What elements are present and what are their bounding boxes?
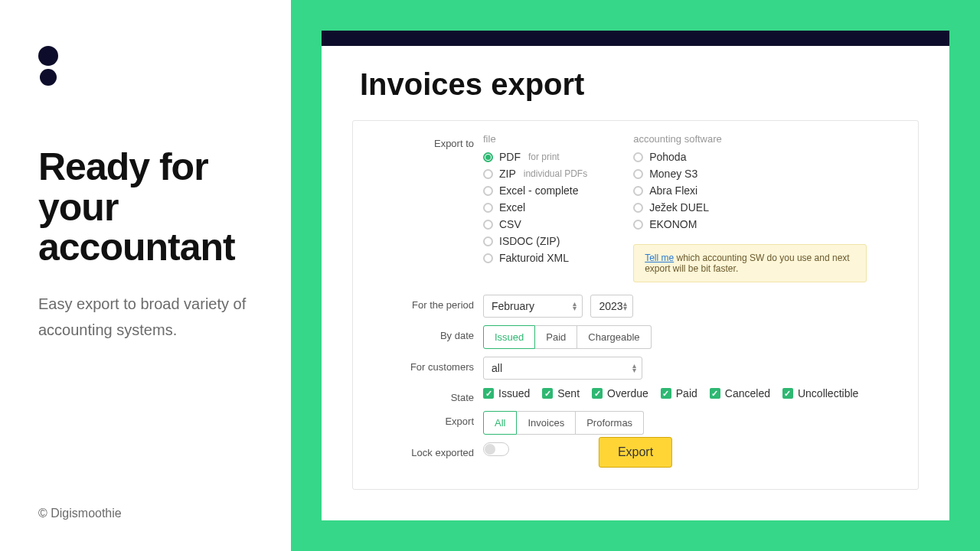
radio-icon — [483, 186, 493, 196]
check-label: Paid — [676, 387, 697, 399]
page-title: Invoices export — [322, 46, 949, 120]
check-icon: ✓ — [542, 388, 553, 399]
copyright: © Digismoothie — [38, 507, 253, 520]
radio-file-excel[interactable]: Excel — [483, 201, 587, 214]
radio-software-money-s3[interactable]: Money S3 — [633, 168, 867, 180]
check-issued[interactable]: ✓Issued — [483, 387, 530, 399]
check-label: Issued — [498, 387, 530, 399]
radio-software-je-ek-duel[interactable]: Ježek DUEL — [633, 201, 867, 214]
by-date-label: By date — [376, 325, 483, 341]
customers-label: For customers — [376, 357, 483, 373]
hero-title: Ready for your accountant — [38, 147, 253, 268]
software-column-head: accounting software — [633, 133, 867, 145]
check-label: Uncollectible — [798, 387, 858, 399]
month-select[interactable]: February▴▾ — [483, 295, 583, 318]
radio-icon — [483, 169, 493, 179]
tip-text: which accounting SW do you use and next … — [645, 253, 850, 274]
radio-note: for print — [528, 152, 560, 162]
radio-file-csv[interactable]: CSV — [483, 218, 587, 230]
radio-file-excel-complete[interactable]: Excel - complete — [483, 184, 587, 197]
radio-icon — [633, 152, 643, 162]
radio-icon — [483, 236, 493, 246]
radio-file-pdf[interactable]: PDFfor print — [483, 151, 587, 163]
logo — [38, 46, 253, 86]
check-icon: ✓ — [710, 388, 720, 399]
state-label: State — [376, 387, 483, 403]
radio-label: Abra Flexi — [649, 184, 697, 197]
radio-software-abra-flexi[interactable]: Abra Flexi — [633, 184, 867, 197]
seg-export-all[interactable]: All — [483, 411, 517, 435]
export-button[interactable]: Export — [599, 437, 672, 468]
check-label: Sent — [557, 387, 580, 399]
export-form: Export to file PDFfor printZIPindividual… — [352, 120, 919, 490]
radio-file-isdoc-zip-[interactable]: ISDOC (ZIP) — [483, 235, 587, 247]
radio-label: ZIP — [499, 168, 516, 180]
radio-icon — [483, 203, 493, 213]
check-label: Canceled — [725, 387, 770, 399]
seg-issued[interactable]: Issued — [483, 325, 535, 349]
check-paid[interactable]: ✓Paid — [661, 387, 697, 399]
check-icon: ✓ — [483, 388, 494, 399]
radio-icon — [483, 253, 493, 263]
radio-icon — [633, 220, 643, 230]
radio-software-ekonom[interactable]: EKONOM — [633, 218, 867, 230]
radio-label: Fakturoid XML — [499, 252, 569, 264]
tip-box: Tell me which accounting SW do you use a… — [633, 244, 867, 282]
customers-select[interactable]: all▴▾ — [483, 357, 642, 380]
check-canceled[interactable]: ✓Canceled — [710, 387, 770, 399]
radio-label: Pohoda — [649, 151, 686, 163]
lock-label: Lock exported — [376, 442, 483, 458]
period-label: For the period — [376, 295, 483, 311]
seg-export-invoices[interactable]: Invoices — [517, 411, 576, 435]
check-sent[interactable]: ✓Sent — [542, 387, 580, 399]
check-icon: ✓ — [592, 388, 603, 399]
export-to-label: Export to — [376, 133, 483, 149]
hero-subtitle: Easy export to broad variety of accounti… — [38, 291, 253, 343]
radio-file-fakturoid-xml[interactable]: Fakturoid XML — [483, 252, 587, 264]
check-label: Overdue — [607, 387, 648, 399]
radio-icon — [483, 220, 493, 230]
tip-link[interactable]: Tell me — [645, 253, 674, 263]
check-overdue[interactable]: ✓Overdue — [592, 387, 648, 399]
radio-label: EKONOM — [649, 218, 697, 230]
radio-label: Excel - complete — [499, 184, 578, 197]
seg-export-proformas[interactable]: Proformas — [576, 411, 644, 435]
seg-chargeable[interactable]: Chargeable — [577, 325, 651, 349]
seg-paid[interactable]: Paid — [535, 325, 577, 349]
radio-label: ISDOC (ZIP) — [499, 235, 560, 247]
radio-icon — [633, 186, 643, 196]
check-uncollectible[interactable]: ✓Uncollectible — [782, 387, 858, 399]
radio-label: Ježek DUEL — [649, 201, 709, 214]
app-window: Invoices export Export to file PDFfor pr… — [322, 31, 949, 520]
radio-software-pohoda[interactable]: Pohoda — [633, 151, 867, 163]
radio-icon — [633, 169, 643, 179]
radio-label: Money S3 — [649, 168, 697, 180]
check-icon: ✓ — [661, 388, 671, 399]
radio-label: PDF — [499, 151, 521, 163]
check-icon: ✓ — [782, 388, 793, 399]
radio-icon — [633, 203, 643, 213]
export-type-label: Export — [376, 411, 483, 427]
radio-note: individual PDFs — [524, 168, 587, 179]
file-column-head: file — [483, 133, 587, 145]
app-header-bar — [322, 31, 949, 46]
radio-file-zip[interactable]: ZIPindividual PDFs — [483, 168, 587, 180]
radio-label: CSV — [499, 218, 521, 230]
lock-toggle[interactable] — [483, 442, 509, 456]
year-select[interactable]: 2023▴▾ — [590, 295, 633, 318]
radio-icon — [483, 152, 493, 162]
radio-label: Excel — [499, 201, 525, 214]
